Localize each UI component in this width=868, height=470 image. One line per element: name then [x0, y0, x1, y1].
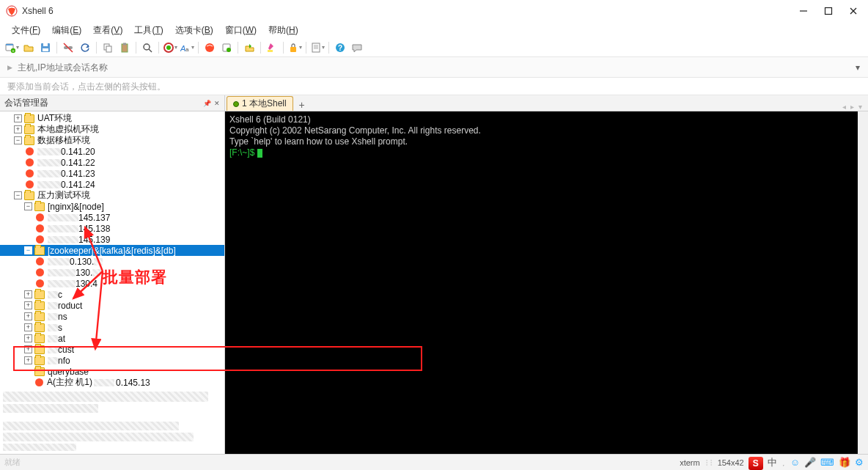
tree-folder[interactable]: +c [0, 289, 224, 300]
svg-point-37 [26, 158, 34, 166]
tree-folder[interactable]: +roduct [0, 300, 224, 311]
address-input[interactable] [15, 61, 852, 74]
feedback-button[interactable] [350, 40, 364, 55]
svg-point-25 [205, 43, 214, 52]
svg-rect-18 [123, 43, 126, 45]
tree-session-ctrl-b[interactable]: B(主控机2145.137 [0, 388, 224, 389]
tree-folder[interactable]: +ns [0, 311, 224, 322]
terminal[interactable]: Xshell 6 (Build 0121) Copyright (c) 2002… [225, 111, 868, 454]
lock-button[interactable]: ▾ [287, 40, 302, 55]
tab-local-shell[interactable]: 1 本地Shell [227, 96, 293, 111]
panel-close-icon[interactable]: ✕ [214, 100, 220, 107]
status-left: 就绪 [4, 457, 21, 468]
tab-list-icon[interactable]: ▾ [858, 103, 862, 111]
title-bar: Xshell 6 [0, 0, 868, 22]
new-tab-button[interactable]: + [296, 99, 308, 111]
svg-point-44 [36, 268, 44, 276]
tray-icon[interactable]: ⸒ [781, 458, 786, 467]
xagent-button[interactable] [202, 40, 217, 55]
font-button[interactable]: Aa▾ [180, 40, 194, 55]
tray-gift-icon[interactable]: 🎁 [839, 457, 850, 468]
svg-point-22 [166, 45, 171, 50]
minimize-button[interactable] [799, 7, 808, 15]
maximize-button[interactable] [824, 7, 833, 15]
menu-tools[interactable]: 工具(T) [128, 23, 169, 38]
tray-mic-icon[interactable]: 🎤 [804, 457, 816, 468]
tree-session[interactable]: 0.141.22 [0, 157, 224, 168]
window-title: Xshell 6 [22, 6, 54, 16]
tree-folder-localvm[interactable]: +本地虚拟机环境 [0, 124, 224, 135]
terminal-line: Type `help' to learn how to use Xshell p… [229, 136, 853, 147]
copy-button[interactable] [100, 40, 115, 55]
menu-file[interactable]: 文件(F) [6, 23, 46, 38]
tree-session[interactable]: 0.141.23 [0, 168, 224, 179]
svg-text:a: a [185, 46, 189, 53]
script-button[interactable] [219, 40, 234, 55]
menu-help[interactable]: 帮助(H) [262, 23, 304, 38]
tree-session[interactable]: 0.141.20 [0, 146, 224, 157]
tree-folder[interactable]: querybase [0, 366, 224, 377]
svg-point-40 [36, 213, 44, 221]
address-bar: ▶ ▾ [0, 57, 868, 78]
app-logo-icon [6, 5, 18, 17]
toolbar: +▾ ▾ Aa▾ ▾ ▾ ? [0, 38, 868, 57]
menu-tabs[interactable]: 选项卡(B) [169, 23, 219, 38]
svg-rect-28 [268, 50, 273, 52]
find-button[interactable] [140, 40, 155, 55]
highlight-button[interactable] [265, 40, 279, 55]
tree-session[interactable]: 130. [0, 267, 224, 278]
menu-view[interactable]: 查看(V) [87, 23, 128, 38]
svg-point-39 [26, 180, 34, 188]
svg-rect-11 [43, 48, 48, 51]
addr-arrow-icon[interactable]: ▶ [4, 64, 15, 71]
ime-icon[interactable]: S [749, 457, 763, 470]
tree-folder[interactable]: +s [0, 322, 224, 333]
pin-icon[interactable]: 📌 [203, 100, 211, 107]
tree-session[interactable]: 145.139 [0, 234, 224, 245]
tree-folder[interactable]: +nfo [0, 355, 224, 366]
tray-face-icon[interactable]: ☺ [790, 457, 800, 468]
tray-settings-icon[interactable]: ⚙ [855, 457, 864, 468]
session-tree[interactable]: +UAT环境 +本地虚拟机环境 −数据移植环境 0.141.20 0.141.2… [0, 111, 224, 389]
tab-prev-icon[interactable]: ◂ [842, 103, 846, 111]
close-button[interactable] [849, 7, 858, 15]
log-button[interactable]: ▾ [310, 40, 325, 55]
tree-session-ctrl-a[interactable]: A(主控 机1)0.145.13 [0, 377, 224, 388]
menu-edit[interactable]: 编辑(E) [46, 23, 87, 38]
help-button[interactable]: ? [333, 40, 347, 55]
new-session-button[interactable]: +▾ [4, 40, 19, 55]
tree-folder[interactable]: +at [0, 333, 224, 344]
save-button[interactable] [38, 40, 53, 55]
tree-folder[interactable]: +cust [0, 344, 224, 355]
session-manager-title: 会话管理器 📌✕ [0, 95, 224, 111]
svg-point-36 [26, 147, 34, 155]
tree-session[interactable]: 130.4 [0, 278, 224, 289]
tree-session[interactable]: 145.138 [0, 223, 224, 234]
terminal-line: Copyright (c) 2002 NetSarang Computer, I… [229, 125, 853, 136]
menu-window[interactable]: 窗口(W) [219, 23, 262, 38]
svg-text:?: ? [338, 44, 342, 52]
paste-button[interactable] [117, 40, 132, 55]
tree-folder-uat[interactable]: +UAT环境 [0, 113, 224, 124]
tree-session[interactable]: 0.130. [0, 256, 224, 267]
tab-next-icon[interactable]: ▸ [850, 103, 854, 111]
open-session-button[interactable] [21, 40, 36, 55]
tree-folder-stress[interactable]: −压力测试环境 [0, 190, 224, 201]
svg-rect-2 [825, 8, 832, 15]
tree-folder-zk-selected[interactable]: −[zookeeper]&[kafka]&[redis]&[db] [0, 245, 224, 256]
tree-folder-nginx[interactable]: −[nginx]&[node] [0, 201, 224, 212]
disconnect-button[interactable] [61, 40, 76, 55]
reconnect-button[interactable] [78, 40, 92, 55]
xftp-button[interactable] [242, 40, 257, 55]
svg-rect-30 [312, 43, 320, 52]
color-button[interactable]: ▾ [163, 40, 177, 55]
tray-ime-text[interactable]: 中 [768, 456, 777, 469]
svg-rect-16 [106, 46, 111, 52]
tree-session[interactable]: 145.137 [0, 212, 224, 223]
tab-status-icon [233, 101, 239, 107]
addr-dropdown-icon[interactable]: ▾ [852, 62, 864, 73]
tray-keyboard-icon[interactable]: ⌨ [820, 457, 834, 468]
hint-text: 要添加当前会话，点击左侧的箭头按钮。 [0, 78, 868, 95]
tree-folder-datamig[interactable]: −数据移植环境 [0, 135, 224, 146]
tree-session[interactable]: 0.141.24 [0, 179, 224, 190]
